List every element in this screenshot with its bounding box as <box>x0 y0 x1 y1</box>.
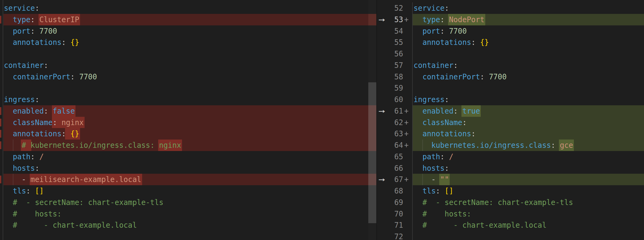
code-line[interactable]: 66 hosts: <box>376 162 644 174</box>
line-number[interactable]: 62 <box>394 117 403 128</box>
code-line-content[interactable]: enabled: true <box>413 105 644 117</box>
code-line[interactable]: type: ClusterIP <box>0 14 376 25</box>
code-line[interactable]: 54 port: 7700 <box>376 25 644 37</box>
line-number[interactable]: 60 <box>394 94 403 105</box>
code-line[interactable]: # kubernetes.io/ingress.class: nginx <box>0 140 376 151</box>
code-line-content[interactable]: container: <box>413 60 644 71</box>
code-line[interactable]: →53+ type: NodePort <box>376 14 644 25</box>
code-line-content[interactable]: service: <box>413 2 644 14</box>
code-line[interactable]: 55 annotations: {} <box>376 37 644 48</box>
code-line[interactable]: ingress: <box>0 94 376 105</box>
code-line[interactable]: 60ingress: <box>376 94 644 105</box>
code-line-content[interactable]: path: / <box>3 151 368 162</box>
code-line[interactable]: enabled: false <box>0 105 376 117</box>
line-number[interactable]: 52 <box>394 2 403 14</box>
code-line[interactable]: tls: [] <box>0 185 376 197</box>
code-line-content[interactable]: # kubernetes.io/ingress.class: nginx <box>3 140 368 151</box>
code-line[interactable]: # - chart-example.local <box>0 219 376 231</box>
code-line[interactable] <box>0 82 376 94</box>
code-line-content[interactable]: hosts: <box>413 162 644 174</box>
code-line[interactable]: 70 # hosts: <box>376 208 644 220</box>
code-line[interactable]: 52service: <box>376 2 644 14</box>
code-line-content[interactable]: containerPort: 7700 <box>3 71 368 83</box>
original-pane[interactable]: service: type: ClusterIP port: 7700 anno… <box>0 0 376 240</box>
code-line-content[interactable]: - meilisearch-example.local <box>3 174 368 185</box>
code-line[interactable]: # hosts: <box>0 208 376 220</box>
code-line-content[interactable]: type: ClusterIP <box>3 14 368 25</box>
code-line-content[interactable]: # - chart-example.local <box>3 219 368 231</box>
code-line[interactable]: 62+ className: <box>376 117 644 128</box>
code-line[interactable]: container: <box>0 60 376 71</box>
line-number[interactable]: 61 <box>394 105 403 117</box>
code-line-content[interactable]: containerPort: 7700 <box>413 71 644 83</box>
code-line-content[interactable]: - "" <box>413 174 644 185</box>
code-line[interactable]: # - secretName: chart-example-tls <box>0 197 376 208</box>
code-line-content[interactable]: # hosts: <box>413 208 644 220</box>
code-line-content[interactable]: annotations: {} <box>3 128 368 140</box>
code-line-content[interactable]: tls: [] <box>3 185 368 197</box>
code-line-content[interactable] <box>413 48 644 60</box>
code-line-content[interactable]: enabled: false <box>3 105 368 117</box>
code-line[interactable] <box>0 48 376 60</box>
code-line-content[interactable] <box>3 48 368 60</box>
code-line[interactable]: 56 <box>376 48 644 60</box>
code-line[interactable]: 72 <box>376 231 644 240</box>
code-line[interactable]: 65 path: / <box>376 151 644 162</box>
code-line-content[interactable]: annotations: {} <box>3 37 368 48</box>
code-line[interactable]: 57container: <box>376 60 644 71</box>
line-number[interactable]: 72 <box>394 231 403 240</box>
code-line[interactable]: className: nginx <box>0 117 376 128</box>
code-line[interactable]: 58 containerPort: 7700 <box>376 71 644 83</box>
scrollbar-thumb[interactable] <box>368 82 376 223</box>
line-number[interactable]: 68 <box>394 185 403 197</box>
code-line-content[interactable]: className: nginx <box>3 117 368 128</box>
code-line[interactable]: →67+ - "" <box>376 174 644 185</box>
code-line-content[interactable]: className: <box>413 117 644 128</box>
code-line[interactable]: annotations: {} <box>0 37 376 48</box>
code-line[interactable]: hosts: <box>0 162 376 174</box>
line-number[interactable]: 69 <box>394 197 403 208</box>
code-line-content[interactable]: type: NodePort <box>413 14 644 25</box>
code-line-content[interactable] <box>413 231 644 240</box>
line-number[interactable]: 59 <box>394 82 403 94</box>
code-line-content[interactable]: port: 7700 <box>3 25 368 37</box>
code-line-content[interactable]: ingress: <box>413 94 644 105</box>
code-line-content[interactable]: tls: [] <box>413 185 644 197</box>
code-line-content[interactable]: service: <box>3 2 368 14</box>
code-line[interactable]: 64+ kubernetes.io/ingress.class: gce <box>376 140 644 151</box>
code-line[interactable]: - meilisearch-example.local <box>0 174 376 185</box>
code-line-content[interactable]: kubernetes.io/ingress.class: gce <box>413 140 644 151</box>
code-line-content[interactable] <box>3 82 368 94</box>
line-number[interactable]: 54 <box>394 25 403 37</box>
code-line[interactable]: annotations: {} <box>0 128 376 140</box>
code-line-content[interactable]: # - secretName: chart-example-tls <box>3 197 368 208</box>
code-line[interactable]: 68 tls: [] <box>376 185 644 197</box>
code-line-content[interactable]: # - chart-example.local <box>413 219 644 231</box>
line-number[interactable]: 63 <box>394 128 403 140</box>
line-number[interactable]: 71 <box>394 219 403 231</box>
line-number[interactable]: 70 <box>394 208 403 220</box>
line-number[interactable]: 66 <box>394 162 403 174</box>
code-line[interactable]: port: 7700 <box>0 25 376 37</box>
code-line-content[interactable]: path: / <box>413 151 644 162</box>
line-number[interactable]: 65 <box>394 151 403 162</box>
code-line-content[interactable]: annotations: {} <box>413 37 644 48</box>
code-line-content[interactable] <box>3 231 368 240</box>
code-line[interactable]: 63+ annotations: <box>376 128 644 140</box>
line-number[interactable]: 53 <box>394 14 403 25</box>
code-line-content[interactable]: # - secretName: chart-example-tls <box>413 197 644 208</box>
code-line[interactable]: 69 # - secretName: chart-example-tls <box>376 197 644 208</box>
code-line[interactable] <box>0 231 376 240</box>
code-line[interactable]: containerPort: 7700 <box>0 71 376 83</box>
line-number[interactable]: 67 <box>394 174 403 185</box>
code-line[interactable]: 59 <box>376 82 644 94</box>
code-line-content[interactable]: annotations: <box>413 128 644 140</box>
line-number[interactable]: 57 <box>394 60 403 71</box>
code-line[interactable]: path: / <box>0 151 376 162</box>
line-number[interactable]: 58 <box>394 71 403 83</box>
code-line[interactable]: service: <box>0 2 376 14</box>
code-line[interactable]: 71 # - chart-example.local <box>376 219 644 231</box>
line-number[interactable]: 64 <box>394 140 403 151</box>
code-line[interactable]: →61+ enabled: true <box>376 105 644 117</box>
modified-pane[interactable]: 52service:→53+ type: NodePort54 port: 77… <box>376 0 644 240</box>
